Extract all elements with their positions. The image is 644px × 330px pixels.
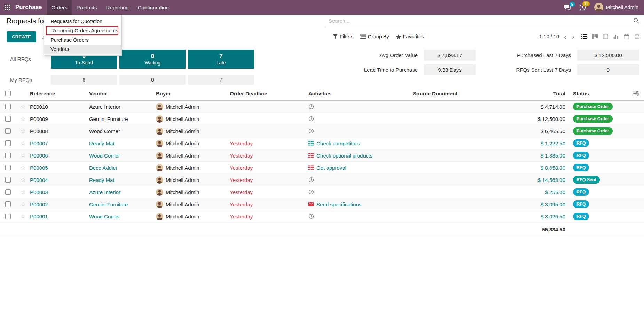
row-reference: P00005 bbox=[30, 165, 89, 171]
status-badge: RFQ bbox=[573, 139, 589, 147]
tasks-icon bbox=[308, 165, 314, 170]
group-by-button[interactable]: Group By bbox=[360, 34, 389, 39]
table-row[interactable]: ☆P00007Ready MatMitchell AdminYesterdayC… bbox=[0, 137, 644, 149]
apps-menu-button[interactable] bbox=[0, 0, 15, 15]
nav-menu-orders[interactable]: Orders bbox=[47, 0, 72, 15]
row-vendor: Ready Mat bbox=[89, 140, 156, 146]
kpi-mini-waiting[interactable]: 0 bbox=[119, 75, 186, 85]
table-row[interactable]: ☆P00009Gemini FurnitureMitchell Admin$ 1… bbox=[0, 113, 644, 125]
favorite-star-icon[interactable]: ☆ bbox=[20, 140, 25, 146]
nav-menu-products[interactable]: Products bbox=[72, 0, 101, 15]
column-header-source[interactable]: Source Document bbox=[413, 91, 506, 97]
favorite-star-icon[interactable]: ☆ bbox=[20, 177, 25, 183]
favorite-star-icon[interactable]: ☆ bbox=[20, 189, 25, 195]
user-menu[interactable]: Mitchell Admin bbox=[594, 3, 638, 12]
row-checkbox[interactable] bbox=[5, 104, 11, 109]
favorite-star-icon[interactable]: ☆ bbox=[20, 104, 25, 110]
dropdown-item-purchase-orders[interactable]: Purchase Orders bbox=[44, 36, 121, 45]
row-checkbox[interactable] bbox=[5, 128, 11, 134]
table-row[interactable]: ☆P00005Deco AddictMitchell AdminYesterda… bbox=[0, 162, 644, 174]
search-icon[interactable] bbox=[633, 18, 639, 24]
stat-value[interactable]: 0 bbox=[577, 64, 639, 75]
select-all-checkbox[interactable] bbox=[5, 91, 11, 96]
table-row[interactable]: ☆P00004Ready MatMitchell AdminYesterday$… bbox=[0, 174, 644, 186]
table-row[interactable]: ☆P00002Gemini FurnitureMitchell AdminYes… bbox=[0, 198, 644, 210]
row-vendor: Deco Addict bbox=[89, 165, 156, 171]
view-switcher bbox=[581, 34, 640, 39]
search-input[interactable] bbox=[328, 17, 633, 24]
column-header-buyer[interactable]: Buyer bbox=[156, 91, 230, 97]
column-header-status[interactable]: Status bbox=[569, 91, 628, 97]
adjust-columns-icon[interactable] bbox=[633, 91, 639, 96]
row-checkbox[interactable] bbox=[5, 140, 11, 146]
schedule-activity-clock-icon[interactable] bbox=[308, 128, 314, 134]
favorite-star-icon[interactable]: ☆ bbox=[20, 153, 25, 159]
row-buyer: Mitchell Admin bbox=[166, 104, 199, 110]
row-checkbox[interactable] bbox=[5, 189, 11, 195]
row-checkbox[interactable] bbox=[5, 116, 11, 122]
filters-button[interactable]: Filters bbox=[333, 34, 353, 39]
kpi-mini-late[interactable]: 7 bbox=[188, 75, 254, 85]
app-name[interactable]: Purchase bbox=[15, 4, 42, 11]
nav-menu-reporting[interactable]: Reporting bbox=[102, 0, 133, 15]
list-view-icon[interactable] bbox=[581, 34, 587, 39]
stat-value[interactable]: $ 12,500.00 bbox=[577, 50, 639, 61]
activity-link[interactable]: Check optional products bbox=[316, 153, 372, 159]
column-header-total[interactable]: Total bbox=[506, 91, 569, 97]
column-header-vendor[interactable]: Vendor bbox=[89, 91, 156, 97]
favorite-star-icon[interactable]: ☆ bbox=[20, 214, 25, 220]
messages-button[interactable]: 5 bbox=[564, 5, 571, 10]
pager-next-icon[interactable]: › bbox=[571, 34, 575, 39]
stat-value[interactable]: $ 7,893.17 bbox=[424, 50, 476, 61]
column-header-activities[interactable]: Activities bbox=[308, 91, 413, 97]
avatar bbox=[594, 3, 603, 12]
table-row[interactable]: ☆P00008Wood CornerMitchell Admin$ 6,465.… bbox=[0, 125, 644, 137]
schedule-activity-clock-icon[interactable] bbox=[308, 189, 314, 195]
pager-previous-icon[interactable]: ‹ bbox=[563, 34, 567, 39]
navbar-systray: 5 11 Mitchell Admin bbox=[564, 3, 644, 12]
kanban-view-icon[interactable] bbox=[592, 34, 598, 39]
apps-grid-icon bbox=[5, 5, 10, 10]
row-checkbox[interactable] bbox=[5, 214, 11, 219]
column-header-reference[interactable]: Reference bbox=[30, 91, 89, 97]
favorite-star-icon[interactable]: ☆ bbox=[20, 116, 25, 122]
kpi-card-waiting[interactable]: 0Waiting bbox=[119, 50, 186, 69]
create-button[interactable]: CREATE bbox=[7, 31, 36, 42]
schedule-activity-clock-icon[interactable] bbox=[308, 104, 314, 109]
schedule-activity-clock-icon[interactable] bbox=[308, 116, 314, 122]
kpi-card-late[interactable]: 7Late bbox=[188, 50, 254, 69]
dropdown-item-recurring-orders-agreements[interactable]: Recurring Orders Agreements bbox=[46, 26, 118, 35]
row-buyer: Mitchell Admin bbox=[166, 153, 199, 159]
favorite-star-icon[interactable]: ☆ bbox=[20, 201, 25, 207]
schedule-activity-clock-icon[interactable] bbox=[308, 177, 314, 183]
table-row[interactable]: ☆P00001Wood CornerMitchell AdminYesterda… bbox=[0, 210, 644, 223]
table-row[interactable]: ☆P00006Wood CornerMitchell AdminYesterda… bbox=[0, 149, 644, 162]
schedule-activity-clock-icon[interactable] bbox=[308, 214, 314, 219]
dropdown-item-vendors[interactable]: Vendors bbox=[44, 45, 121, 54]
activity-link[interactable]: Send specifications bbox=[316, 201, 361, 207]
activities-button[interactable]: 11 bbox=[579, 4, 586, 11]
favorites-button[interactable]: Favorites bbox=[396, 34, 424, 39]
activity-link[interactable]: Get approval bbox=[316, 165, 346, 171]
activity-view-icon[interactable] bbox=[634, 34, 640, 39]
favorite-star-icon[interactable]: ☆ bbox=[20, 128, 25, 134]
avatar bbox=[156, 176, 163, 184]
row-buyer: Mitchell Admin bbox=[166, 140, 199, 146]
favorite-star-icon[interactable]: ☆ bbox=[20, 165, 25, 171]
pager-text[interactable]: 1-10 / 10 bbox=[539, 34, 559, 39]
stat-value[interactable]: 9.33 Days bbox=[424, 64, 476, 75]
column-header-deadline[interactable]: Order Deadline bbox=[230, 91, 308, 97]
kpi-mini-to-send[interactable]: 6 bbox=[51, 75, 117, 85]
row-checkbox[interactable] bbox=[5, 201, 11, 207]
activity-link[interactable]: Check competitors bbox=[316, 140, 360, 146]
calendar-view-icon[interactable] bbox=[624, 34, 629, 39]
dropdown-item-requests-for-quotation[interactable]: Requests for Quotation bbox=[44, 17, 121, 26]
table-row[interactable]: ☆P00010Azure InteriorMitchell Admin$ 4,7… bbox=[0, 101, 644, 113]
graph-view-icon[interactable] bbox=[613, 34, 619, 39]
row-checkbox[interactable] bbox=[5, 177, 11, 183]
row-checkbox[interactable] bbox=[5, 153, 11, 158]
pivot-view-icon[interactable] bbox=[603, 34, 608, 39]
nav-menu-configuration[interactable]: Configuration bbox=[133, 0, 173, 15]
row-checkbox[interactable] bbox=[5, 165, 11, 170]
table-row[interactable]: ☆P00003Azure InteriorMitchell AdminYeste… bbox=[0, 186, 644, 198]
